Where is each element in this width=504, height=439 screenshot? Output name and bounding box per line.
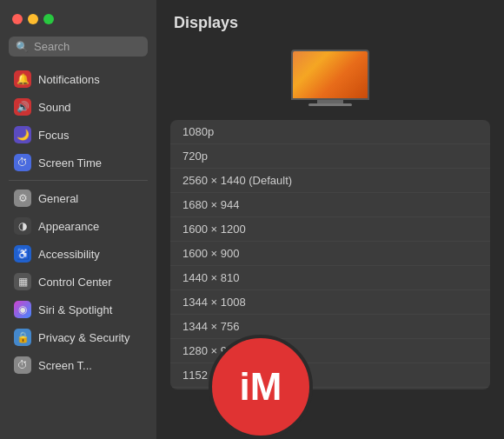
sidebar-item-appearance[interactable]: ◑ Appearance xyxy=(5,213,151,239)
accessibility-icon: ♿ xyxy=(14,245,31,263)
content-area: iM 1080p720p2560 × 1440 (Default)1680 × … xyxy=(156,120,504,439)
sidebar: 🔍 Search 🔔 Notifications 🔊 Sound 🌙 Focus… xyxy=(0,0,156,439)
resolution-item[interactable]: 1600 × 1200 xyxy=(170,217,490,242)
search-input[interactable]: Search xyxy=(34,40,70,53)
search-bar[interactable]: 🔍 Search xyxy=(9,37,148,57)
sidebar-item-notifications[interactable]: 🔔 Notifications xyxy=(5,66,151,92)
sound-icon: 🔊 xyxy=(14,98,31,116)
display-preview xyxy=(156,41,504,120)
main-content: Displays iM 1080p720p2560 × 1440 (Defaul… xyxy=(156,0,504,439)
screentime2-icon: ⏱ xyxy=(14,356,31,374)
monitor-stand xyxy=(308,103,352,106)
sidebar-item-siri[interactable]: ◉ Siri & Spotlight xyxy=(5,296,151,323)
sidebar-item-screentime2[interactable]: ⏱ Screen T... xyxy=(5,352,151,378)
notifications-icon: 🔔 xyxy=(14,70,31,88)
avatar: iM xyxy=(209,335,313,439)
sidebar-divider xyxy=(9,180,148,181)
resolution-item[interactable]: 1440 × 810 xyxy=(170,266,490,290)
monitor-wrapper xyxy=(291,50,369,106)
sidebar-label-notifications: Notifications xyxy=(38,73,100,86)
close-button[interactable] xyxy=(12,14,23,24)
siri-icon: ◉ xyxy=(14,301,31,318)
sidebar-label-privacy: Privacy & Security xyxy=(38,331,129,344)
controlcenter-icon: ▦ xyxy=(14,273,31,290)
screentime-icon: ⏱ xyxy=(14,154,31,171)
resolution-item[interactable]: 1344 × 756 xyxy=(170,315,490,339)
minimize-button[interactable] xyxy=(28,14,38,24)
sidebar-label-siri: Siri & Spotlight xyxy=(38,303,112,316)
sidebar-item-focus[interactable]: 🌙 Focus xyxy=(5,122,151,148)
sidebar-item-controlcenter[interactable]: ▦ Control Center xyxy=(5,269,151,295)
resolution-item[interactable]: 720p xyxy=(170,144,490,169)
monitor-screen xyxy=(291,50,369,100)
sidebar-item-general[interactable]: ⚙ General xyxy=(5,185,151,211)
resolution-item[interactable]: 1680 × 944 xyxy=(170,193,490,217)
sidebar-label-general: General xyxy=(38,192,78,205)
sidebar-label-screentime: Screen Time xyxy=(38,156,102,170)
privacy-icon: 🔒 xyxy=(14,329,31,346)
sidebar-label-controlcenter: Control Center xyxy=(38,276,112,289)
general-icon: ⚙ xyxy=(14,190,31,207)
resolution-item[interactable]: 2560 × 1440 (Default) xyxy=(170,169,490,193)
sidebar-item-privacy[interactable]: 🔒 Privacy & Security xyxy=(5,324,151,350)
sidebar-item-sound[interactable]: 🔊 Sound xyxy=(5,94,151,120)
page-title: Displays xyxy=(156,0,504,41)
resolution-list[interactable]: 1080p720p2560 × 1440 (Default)1680 × 944… xyxy=(170,120,490,389)
resolution-item[interactable]: 1600 × 900 xyxy=(170,242,490,266)
traffic-lights xyxy=(0,7,156,33)
search-icon: 🔍 xyxy=(16,41,29,53)
sidebar-label-appearance: Appearance xyxy=(38,220,99,233)
sidebar-item-accessibility[interactable]: ♿ Accessibility xyxy=(5,241,151,267)
maximize-button[interactable] xyxy=(43,14,54,24)
sidebar-label-accessibility: Accessibility xyxy=(38,248,100,261)
sidebar-label-focus: Focus xyxy=(38,129,69,142)
focus-icon: 🌙 xyxy=(14,126,31,143)
sidebar-item-screentime[interactable]: ⏱ Screen Time xyxy=(5,150,151,176)
resolution-item[interactable]: 1344 × 1008 xyxy=(170,290,490,315)
appearance-icon: ◑ xyxy=(14,217,31,235)
resolution-item[interactable]: 1080p xyxy=(170,120,490,144)
sidebar-label-screentime2: Screen T... xyxy=(38,359,92,372)
sidebar-label-sound: Sound xyxy=(38,101,71,114)
